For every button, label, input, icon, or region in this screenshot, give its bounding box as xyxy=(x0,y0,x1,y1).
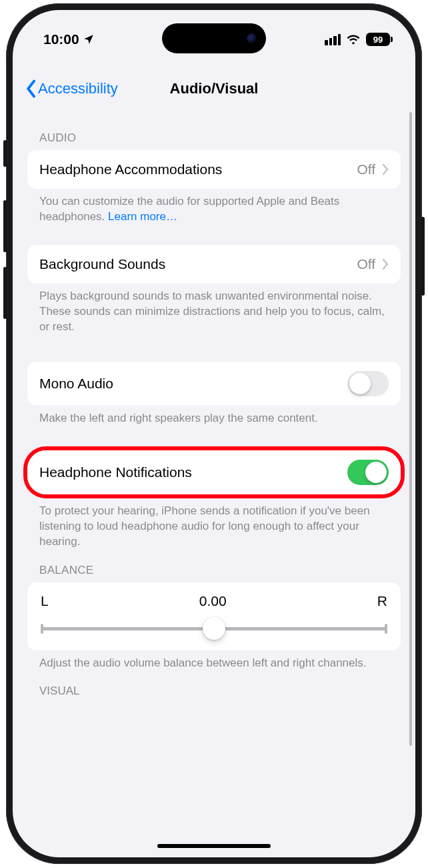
content-scroll-area[interactable]: AUDIO Headphone Accommodations Off You c… xyxy=(13,110,415,848)
mono-audio-toggle[interactable] xyxy=(347,371,389,396)
screen: 10:00 99 Accessibility xyxy=(13,10,415,857)
side-button-volume-down xyxy=(3,267,7,319)
highlight-annotation: Headphone Notifications xyxy=(23,446,405,498)
row-label: Headphone Notifications xyxy=(39,464,192,480)
battery-indicator: 99 xyxy=(366,33,390,46)
footer-headphone-accommodations: You can customize the audio for supporte… xyxy=(27,189,401,225)
wifi-icon xyxy=(346,32,361,47)
learn-more-link[interactable]: Learn more… xyxy=(108,210,177,223)
battery-level: 99 xyxy=(373,35,383,45)
row-headphone-accommodations[interactable]: Headphone Accommodations Off xyxy=(27,150,401,189)
balance-slider[interactable] xyxy=(41,618,387,638)
footer-mono-audio: Make the left and right speakers play th… xyxy=(27,406,401,426)
back-button[interactable]: Accessibility xyxy=(25,79,118,98)
home-indicator[interactable] xyxy=(157,844,271,848)
iphone-device-frame: 10:00 99 Accessibility xyxy=(6,3,422,864)
side-button-power xyxy=(421,217,425,296)
scroll-indicator[interactable] xyxy=(409,112,412,746)
headphone-notifications-toggle[interactable] xyxy=(347,460,389,485)
balance-value: 0.00 xyxy=(199,593,227,609)
balance-right-label: R xyxy=(377,593,387,609)
row-balance-slider: L 0.00 R xyxy=(27,582,401,650)
section-header-visual: VISUAL xyxy=(27,671,401,698)
side-button-silent xyxy=(3,140,7,167)
slider-knob[interactable] xyxy=(203,617,225,640)
front-camera xyxy=(247,33,257,43)
row-mono-audio: Mono Audio xyxy=(27,362,401,406)
section-header-balance: BALANCE xyxy=(27,549,401,582)
navigation-bar: Accessibility Audio/Visual xyxy=(13,71,415,106)
cellular-icon xyxy=(325,34,341,45)
side-button-volume-up xyxy=(3,200,7,252)
chevron-right-icon xyxy=(382,163,389,175)
location-icon xyxy=(83,33,95,45)
chevron-right-icon xyxy=(382,258,389,270)
row-value: Off xyxy=(357,256,375,272)
footer-balance: Adjust the audio volume balance between … xyxy=(27,650,401,671)
section-header-audio: AUDIO xyxy=(27,125,401,150)
dynamic-island xyxy=(162,23,266,53)
page-title: Audio/Visual xyxy=(170,80,259,97)
row-label: Mono Audio xyxy=(39,376,113,392)
back-button-label: Accessibility xyxy=(38,80,118,97)
toggle-knob xyxy=(365,462,387,483)
status-time: 10:00 xyxy=(43,31,79,47)
balance-left-label: L xyxy=(41,593,49,609)
footer-headphone-notifications: To protect your hearing, iPhone sends a … xyxy=(27,498,401,550)
toggle-knob xyxy=(349,373,371,394)
row-label: Background Sounds xyxy=(39,256,165,272)
row-label: Headphone Accommodations xyxy=(39,161,222,177)
row-background-sounds[interactable]: Background Sounds Off xyxy=(27,245,401,284)
row-headphone-notifications: Headphone Notifications xyxy=(27,450,401,494)
row-value: Off xyxy=(357,161,375,177)
footer-background-sounds: Plays background sounds to mask unwanted… xyxy=(27,284,401,335)
